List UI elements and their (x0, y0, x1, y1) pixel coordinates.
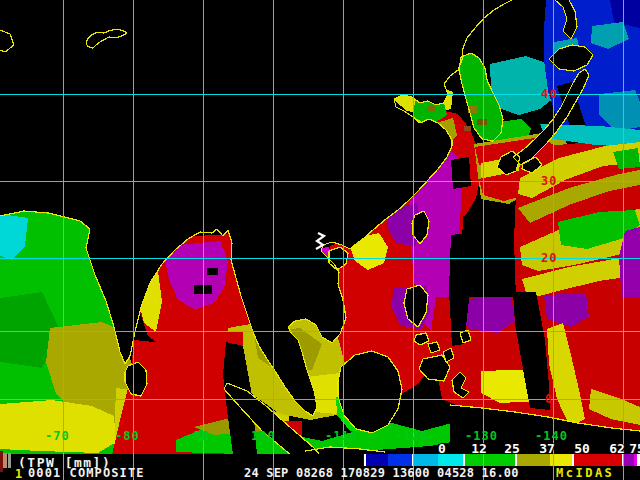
grid-line-vertical (343, 0, 344, 480)
lon-label-100: 100 (251, 429, 276, 443)
satellite-map[interactable] (0, 0, 640, 480)
image-time-text: 24 SEP 08268 170829 13600 04528 16.00 (244, 466, 519, 480)
colorbar-value-0: 0 (431, 441, 453, 456)
frame-id-text: 0001 COMPOSITE (28, 466, 145, 480)
lon-label-90: -90 (185, 429, 210, 443)
grid-line-vertical (623, 0, 624, 480)
frame-number: 1 (15, 467, 22, 480)
grid-line-vertical (413, 0, 414, 480)
lon-label-120: -120 (395, 429, 428, 443)
grid-line-horizontal (0, 331, 640, 332)
lat-label-0: 0 (545, 392, 553, 406)
colorbar-value-25: 25 (501, 441, 523, 456)
grid-line-vertical (273, 0, 274, 480)
colorbar-tick (463, 454, 465, 466)
lon-label-80: -80 (115, 429, 140, 443)
frame-indicator-icon (8, 453, 11, 468)
mcidas-display: 40 30 20 0 -70 -80 -90 100 -110 -120 -13… (0, 0, 640, 480)
colorbar-value-62: 62 (606, 441, 628, 456)
grid-line-vertical (203, 0, 204, 480)
mcidas-brand-label: McIDAS (556, 466, 614, 480)
colorbar-value-12: 12 (468, 441, 490, 456)
lon-label-70: -70 (45, 429, 70, 443)
lat-label-40: 40 (541, 87, 557, 101)
lat-label-20: 20 (541, 251, 557, 265)
lon-label-110: -110 (325, 429, 358, 443)
frame-indicator-icon (3, 453, 7, 468)
grid-line-vertical (483, 0, 484, 480)
colorbar-value-75: 75 (626, 441, 640, 456)
colorbar-value-50: 50 (571, 441, 593, 456)
grid-line-vertical (133, 0, 134, 480)
colorbar-tick (364, 454, 366, 466)
colorbar-value-37: 37 (536, 441, 558, 456)
grid-line-vertical (63, 0, 64, 480)
lat-label-30: 30 (541, 174, 557, 188)
grid-line-vertical (553, 0, 554, 480)
grid-line-horizontal (0, 399, 640, 400)
